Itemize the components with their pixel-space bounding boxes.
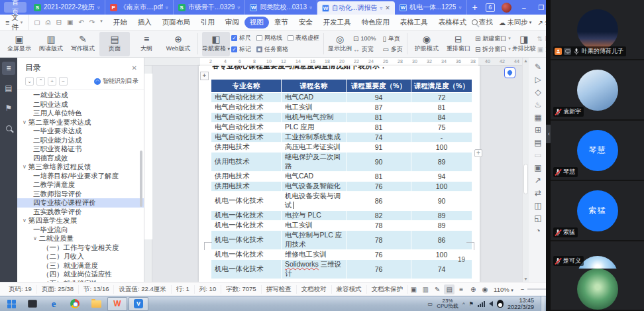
sync-status[interactable]: ☁未同步▾ (499, 18, 532, 27)
document-tab[interactable]: P 《南京市....pdf ▿ (105, 0, 174, 15)
menu-item[interactable]: 引用 (195, 17, 220, 29)
pin-icon[interactable]: ▿ (237, 5, 240, 11)
status-web-icon[interactable]: ⊕ (468, 284, 478, 294)
status-eye-icon[interactable]: ◉ (480, 284, 490, 294)
toc-item[interactable]: ∨ 第三章培养过程反馈 (17, 162, 144, 172)
toc-scrollbar[interactable] (140, 151, 142, 207)
rearrange-windows-button[interactable]: ⊟重排窗口 (443, 32, 474, 56)
zoom-100-button[interactable]: ⊡100% (353, 34, 376, 43)
toc-item[interactable]: 一培养目标/毕业要求了解度 (17, 172, 144, 181)
menu-item[interactable]: 安全 (294, 17, 318, 29)
side-by-side-button[interactable]: ◨并排比较 (512, 32, 536, 56)
toc-item[interactable]: （四）就业岗位适应性 (17, 270, 144, 279)
status-field[interactable]: 兼容模式 (332, 285, 367, 294)
wps-office-icon[interactable]: W (107, 297, 127, 311)
toc-item[interactable]: 二职业能力达成 (17, 136, 144, 145)
multi-page-button[interactable]: ▭多页 (382, 45, 402, 54)
qat-more-icon[interactable]: ▾ (100, 19, 103, 27)
menu-item[interactable]: 章节 (269, 17, 294, 29)
document-tab[interactable]: S 2021-2022-2校历 ▿ (29, 0, 105, 15)
preview-icon[interactable]: ▣ (67, 19, 73, 27)
web-layout-button[interactable]: ⊕Web版式 (163, 32, 193, 56)
scroll-down-icon[interactable]: ▼ (523, 277, 529, 281)
menu-item[interactable]: 视图 (244, 17, 269, 29)
table-row[interactable]: 电气自动化技术 PLC 应用 81 75 (211, 123, 472, 133)
close-toc-icon[interactable]: ✕ (132, 64, 137, 72)
table-row[interactable]: 机电一体化技术 电工实训 78 89 (211, 221, 472, 231)
tray-drawer-icon[interactable]: ▭ (428, 301, 433, 307)
chevron-down-icon[interactable]: ∨ (23, 162, 27, 172)
qq-tray-icon[interactable] (497, 300, 504, 308)
menu-item[interactable]: 页面布局 (157, 17, 195, 29)
toc-expand-all-button[interactable]: + (48, 77, 56, 86)
table-row[interactable]: 供用电技术 电气CAD 81 94 (211, 172, 472, 182)
table-row[interactable]: 供用电技术 电气设备及智能化 76 100 (211, 182, 472, 192)
single-page-button[interactable]: ▯单页 (382, 34, 402, 43)
seal-icon[interactable]: ♨ (535, 101, 542, 109)
table-add-button[interactable]: + (474, 149, 482, 157)
table-row[interactable]: 供用电技术 继电保护及二次回路 90 89 (211, 153, 472, 172)
vertical-ruler[interactable] (144, 66, 152, 282)
horizontal-ruler[interactable]: 2468101214161820222426283032343638404244 (144, 58, 522, 66)
toc-item[interactable]: 五实践教学评价 (17, 208, 144, 217)
status-read-icon[interactable]: ▥ (420, 284, 431, 294)
zoom-value[interactable]: 110% ▾ (494, 286, 513, 293)
picture-icon[interactable]: ◱ (534, 214, 541, 222)
pin-icon[interactable]: ▿ (166, 5, 168, 11)
menu-item[interactable]: 特色应用 (356, 17, 395, 29)
menu-item[interactable]: 开发工具 (318, 17, 356, 29)
table-row[interactable]: 机电一体化技术 电气控制与PLC 应用技术 78 86 (211, 231, 472, 250)
toc-item[interactable]: （二）月收入 (17, 252, 144, 261)
toc-item[interactable]: 四专业核心课程评价 (17, 198, 144, 208)
find-button[interactable]: 查找 (472, 18, 493, 27)
save-icon[interactable]: ▢ (34, 19, 40, 27)
card-icon[interactable]: ◫ (534, 202, 541, 210)
table-row[interactable]: 电气自动化技术 电工实训 87 81 (211, 103, 472, 113)
zoom-ratio-button[interactable]: ◎显示比例 (328, 32, 352, 56)
course-evaluation-table[interactable]: 专业名称 课程名称 课程重要度（%） 课程满足度（%） 电气自动化技术 电气CA… (211, 79, 472, 279)
bookmark-panel-icon[interactable]: ⚑ (2, 101, 15, 115)
participant-tile[interactable]: 琴慧 琴慧 (551, 121, 644, 180)
status-write-icon[interactable]: ✎ (432, 284, 443, 294)
undo-icon[interactable]: ↶ (78, 19, 83, 27)
show-desktop-button[interactable] (541, 296, 545, 311)
qrcode-icon[interactable]: ⊞ (535, 126, 541, 134)
status-page-icon[interactable]: ▤ (444, 284, 455, 294)
marks-checkbox[interactable]: ✓标记 (231, 45, 251, 54)
toc-item[interactable]: （三）就业满意度 (17, 261, 144, 271)
status-outline-icon[interactable]: ≡ (456, 284, 466, 294)
task-pane-checkbox[interactable]: ■任务窗格 (256, 45, 288, 54)
toc-item[interactable]: 一就业达成 (17, 91, 144, 100)
status-field[interactable]: 行: 1 (172, 285, 195, 294)
clock[interactable]: 13:452022/3/29 (508, 297, 537, 310)
tray-expand-icon[interactable]: ^ (462, 301, 465, 307)
status-field[interactable]: 页码: 19 (4, 285, 37, 294)
export-icon[interactable]: ↗ (535, 176, 541, 184)
page-view-button[interactable]: ▤页面 (99, 32, 130, 56)
task-view-icon[interactable] (23, 297, 42, 311)
menu-item[interactable]: 审阅 (220, 17, 244, 29)
toc-item[interactable]: 三职业资格证书 (17, 145, 144, 154)
chevron-down-icon[interactable]: ∨ (33, 234, 37, 243)
toc-item[interactable]: ∨ 第二章毕业要求达成 (17, 118, 144, 127)
table-row[interactable]: 电气自动化技术 电气CAD 94 72 (211, 93, 472, 103)
status-field[interactable]: 页面: 25/38 (37, 285, 79, 294)
chevron-down-icon[interactable]: ∨ (23, 118, 27, 127)
participant-tile[interactable]: 袁新宇 (551, 60, 644, 119)
table-move-handle[interactable]: + (200, 72, 209, 80)
toc-expand-down-button[interactable]: ⌄ (25, 77, 34, 86)
document-tab[interactable]: W 自动化...调报告 ▿ ✕ (317, 1, 395, 15)
user-avatar[interactable] (502, 3, 511, 13)
status-field[interactable]: 拼写检查 (262, 285, 297, 294)
menu-item[interactable]: 表格工具 (395, 17, 433, 29)
redo-icon[interactable]: ↷ (89, 19, 95, 27)
volume-icon[interactable] (489, 301, 493, 306)
pin-icon[interactable]: ▿ (458, 5, 461, 11)
toc-item[interactable]: 一毕业要求达成 (17, 127, 144, 136)
new-tab-button[interactable]: + (467, 0, 483, 15)
nav-pane-button[interactable]: ◧ 导航窗格 ▾ (202, 32, 230, 56)
status-field[interactable]: 设置值: 22.4厘米 (114, 285, 171, 294)
table-row[interactable]: 供用电技术 高压电工考证实训 91 100 (211, 143, 472, 153)
close-tab-icon[interactable]: ✕ (385, 5, 390, 11)
pin-icon[interactable]: ▿ (97, 5, 100, 11)
